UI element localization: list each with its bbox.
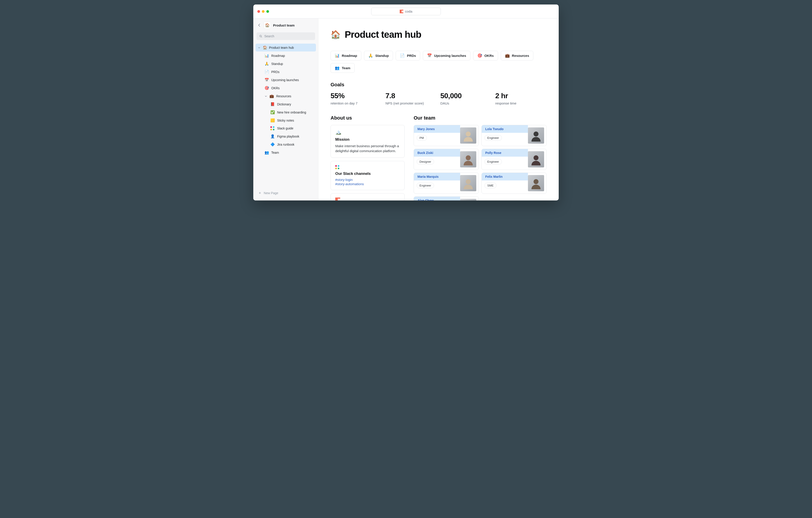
team-card[interactable]: Buck ZiskiDesigner xyxy=(414,149,479,170)
page-title-row: 🏠 Product team hub xyxy=(330,29,547,40)
quick-links: 📊Roadmap🙏Standup📄PRDs📅Upcoming launches🎯… xyxy=(330,51,547,73)
team-column: Our team Mary JonesPMLola TseudoEngineer… xyxy=(414,115,547,200)
slack-channel-link[interactable]: #story-login xyxy=(335,178,400,182)
close-window-button[interactable] xyxy=(257,10,260,13)
goal-label: NPS (net promoter score) xyxy=(385,101,437,105)
nav-item-icon xyxy=(270,126,275,130)
svg-point-4 xyxy=(533,155,539,160)
nav-item-prds[interactable]: 📄PRDs xyxy=(256,68,316,76)
sidebar: 🏠 Product team Search 🏠Product team hub📊… xyxy=(253,19,318,200)
nav-item-standup[interactable]: 🙏Standup xyxy=(256,60,316,67)
nav-item-product-team-hub[interactable]: 🏠Product team hub xyxy=(256,44,316,52)
team-member-role: PM xyxy=(416,135,427,141)
nav-item-label: PRDs xyxy=(271,70,280,74)
svg-point-2 xyxy=(533,132,539,136)
app-body: 🏠 Product team Search 🏠Product team hub📊… xyxy=(253,19,559,200)
team-card[interactable]: Polly RoseEngineer xyxy=(482,149,547,170)
team-grid: Mary JonesPMLola TseudoEngineerBuck Zisk… xyxy=(414,125,547,200)
nav-item-sticky-notes[interactable]: 🟨Sticky notes xyxy=(256,116,316,124)
nav-tree: 🏠Product team hub📊Roadmap🙏Standup📄PRDs📅U… xyxy=(253,43,318,189)
quick-link-upcoming-launches[interactable]: 📅Upcoming launches xyxy=(423,51,470,60)
card-icon xyxy=(335,165,339,169)
quick-link-okrs[interactable]: 🎯OKRs xyxy=(473,51,498,60)
search-icon xyxy=(259,35,262,38)
back-arrow-icon[interactable] xyxy=(257,23,261,27)
avatar xyxy=(528,175,544,191)
nav-item-jira-runbook[interactable]: 🔷Jira runbook xyxy=(256,140,316,148)
nav-item-okrs[interactable]: 🎯OKRs xyxy=(256,84,316,92)
team-card[interactable]: Maria MarquisEngineer xyxy=(414,172,479,194)
quick-link-label: Team xyxy=(342,66,350,70)
team-card[interactable]: Lola TseudoEngineer xyxy=(482,125,547,146)
address-bar[interactable]: coda xyxy=(371,8,441,15)
team-member-name: Maria Marquis xyxy=(414,173,460,181)
quick-link-label: Standup xyxy=(375,54,389,57)
card-body: Make internet business personal through … xyxy=(335,144,400,154)
nav-item-label: Team xyxy=(271,151,279,155)
address-label: coda xyxy=(405,9,412,13)
team-card[interactable]: Alan ChowPMM xyxy=(414,196,479,200)
quick-link-resources[interactable]: 💼Resources xyxy=(501,51,533,60)
nav-item-roadmap[interactable]: 📊Roadmap xyxy=(256,52,316,59)
quick-link-roadmap[interactable]: 📊Roadmap xyxy=(330,51,361,60)
quick-link-icon: 🙏 xyxy=(368,53,373,58)
nav-item-dictionary[interactable]: 📕Dictionary xyxy=(256,100,316,108)
nav-item-label: Slack guide xyxy=(277,127,293,130)
nav-item-figma-playbook[interactable]: 👤Figma playbook xyxy=(256,132,316,140)
team-role-row: Engineer xyxy=(414,181,460,191)
quick-link-icon: 📊 xyxy=(335,53,340,58)
nav-item-icon: 🔷 xyxy=(270,142,275,146)
quick-link-label: PRDs xyxy=(407,54,416,57)
nav-item-resources[interactable]: 💼Resources xyxy=(256,92,316,100)
minimize-window-button[interactable] xyxy=(262,10,264,13)
card-title: Mission xyxy=(335,137,400,142)
team-member-name: Lola Tseudo xyxy=(482,125,528,133)
nav-item-icon: 📅 xyxy=(264,78,269,82)
nav-item-icon: 👥 xyxy=(264,151,269,155)
card-icon: 🏔️ xyxy=(335,129,400,135)
avatar xyxy=(528,151,544,167)
avatar xyxy=(460,175,476,191)
goal-metric: 2 hrresponse time xyxy=(495,92,547,105)
quick-link-label: Roadmap xyxy=(342,54,357,57)
two-column-layout: About us 🏔️MissionMake internet business… xyxy=(330,115,547,200)
team-heading: Our team xyxy=(414,115,547,121)
nav-item-label: Roadmap xyxy=(271,54,285,57)
avatar xyxy=(460,151,476,167)
nav-item-new-hire-onboarding[interactable]: ✅New hire onboarding xyxy=(256,108,316,116)
nav-item-icon: 🙏 xyxy=(264,61,269,66)
svg-point-5 xyxy=(466,179,471,184)
maximize-window-button[interactable] xyxy=(266,10,269,13)
team-card-info: Lola TseudoEngineer xyxy=(482,125,528,146)
slack-channel-link[interactable]: #story-automations xyxy=(335,182,400,186)
titlebar: coda xyxy=(253,4,559,19)
svg-point-1 xyxy=(466,132,471,136)
team-member-role: Engineer xyxy=(416,183,434,188)
goal-value: 7.8 xyxy=(385,92,437,100)
search-input[interactable]: Search xyxy=(256,32,315,40)
plus-icon: + xyxy=(259,191,261,195)
doc-title: Product team xyxy=(273,23,295,27)
team-card[interactable]: Mary JonesPM xyxy=(414,125,479,146)
nav-item-slack-guide[interactable]: Slack guide xyxy=(256,125,316,132)
nav-item-team[interactable]: 👥Team xyxy=(256,148,316,156)
quick-link-prds[interactable]: 📄PRDs xyxy=(396,51,420,60)
team-card-info: Alan ChowPMM xyxy=(414,197,460,200)
nav-item-upcoming-launches[interactable]: 📅Upcoming launches xyxy=(256,76,316,84)
team-card[interactable]: Felix MarlinSME xyxy=(482,172,547,194)
goal-metric: 50,000DAUs xyxy=(440,92,492,105)
app-window: coda 🏠 Product team Search 🏠Product team… xyxy=(253,4,559,200)
team-card-info: Polly RoseEngineer xyxy=(482,149,528,170)
quick-link-icon: 📄 xyxy=(400,53,405,58)
goal-label: retention on day 7 xyxy=(330,101,382,105)
nav-item-icon: 💼 xyxy=(269,94,274,98)
team-member-name: Felix Marlin xyxy=(482,173,528,181)
team-member-role: SME xyxy=(484,183,496,188)
nav-item-label: Resources xyxy=(276,94,291,98)
quick-link-team[interactable]: 👥Team xyxy=(330,63,355,73)
quick-link-standup[interactable]: 🙏Standup xyxy=(364,51,393,60)
new-page-button[interactable]: + New Page xyxy=(253,189,318,197)
nav-item-label: Product team hub xyxy=(269,46,294,50)
page-title: Product team hub xyxy=(345,29,421,40)
chevron-down-icon xyxy=(264,95,267,98)
